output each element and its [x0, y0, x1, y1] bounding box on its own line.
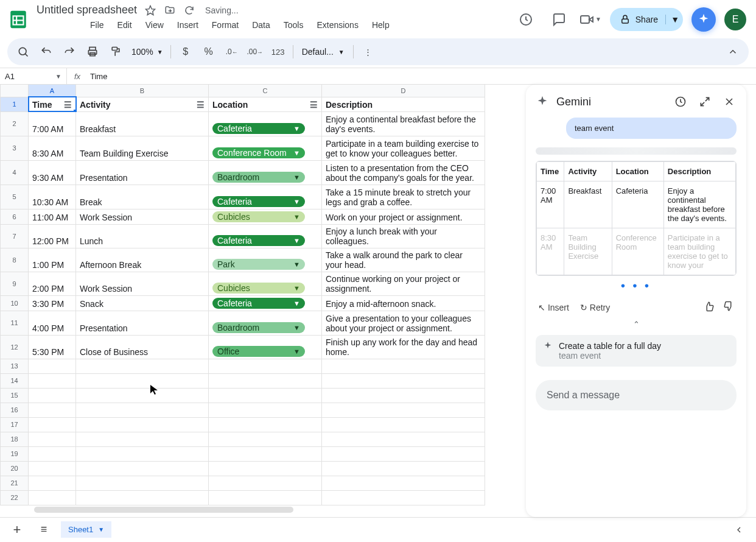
cell-location[interactable]: Cubicles▼ — [209, 209, 322, 224]
cell-c1[interactable]: Location☰ — [209, 97, 322, 111]
cell-empty[interactable] — [29, 359, 76, 373]
cell-empty[interactable] — [209, 359, 322, 373]
location-chip[interactable]: Cafeteria▼ — [212, 298, 305, 309]
cell-empty[interactable] — [29, 432, 76, 446]
collapse-suggestion-icon[interactable]: ⌃ — [526, 320, 746, 329]
percent-icon[interactable]: % — [199, 42, 219, 62]
cell-description[interactable]: Enjoy a lunch break with your colleagues… — [322, 224, 485, 248]
row-header[interactable]: 5 — [1, 185, 29, 209]
cell-time[interactable]: 8:30 AM — [29, 136, 76, 160]
cell-location[interactable]: Conference Room▼ — [209, 136, 322, 160]
row-header[interactable]: 14 — [1, 373, 29, 388]
comments-icon[interactable] — [547, 7, 571, 32]
cell-time[interactable]: 12:00 PM — [29, 224, 76, 248]
cell-empty[interactable] — [209, 388, 322, 403]
panel-close-icon[interactable] — [721, 93, 738, 110]
insert-button[interactable]: ↖ Insert — [538, 303, 569, 312]
cell-empty[interactable] — [322, 373, 485, 388]
row-header[interactable]: 18 — [1, 432, 29, 446]
cell-empty[interactable] — [209, 403, 322, 417]
col-header-a[interactable]: A — [29, 85, 76, 97]
move-folder-icon[interactable] — [164, 4, 176, 16]
share-dropdown[interactable]: ▼ — [665, 15, 679, 24]
filter-icon[interactable]: ☰ — [310, 100, 318, 110]
collapse-toolbar-icon[interactable] — [723, 42, 743, 62]
row-header[interactable]: 3 — [1, 136, 29, 160]
cell-empty[interactable] — [322, 417, 485, 432]
row-header[interactable]: 13 — [1, 359, 29, 373]
meet-icon[interactable]: ▼ — [579, 7, 601, 32]
location-chip[interactable]: Cubicles▼ — [212, 283, 305, 294]
cell-activity[interactable]: Break — [76, 185, 209, 209]
paint-format-icon[interactable] — [106, 42, 125, 62]
row-header[interactable]: 10 — [1, 295, 29, 311]
cell-location[interactable]: Cafeteria▼ — [209, 111, 322, 136]
cell-empty[interactable] — [209, 432, 322, 446]
thumbs-down-icon[interactable] — [723, 301, 734, 314]
cell-activity[interactable]: Snack — [76, 295, 209, 311]
message-input[interactable]: Send a message — [536, 380, 737, 410]
location-chip[interactable]: Office▼ — [212, 346, 305, 357]
share-button[interactable]: Share ▼ — [610, 8, 683, 31]
cell-time[interactable]: 10:30 AM — [29, 185, 76, 209]
decrease-decimal-icon[interactable]: .0← — [222, 42, 242, 62]
col-header-d[interactable]: D — [322, 85, 485, 97]
chevron-down-icon[interactable]: ▼ — [293, 174, 300, 181]
cloud-sync-icon[interactable] — [183, 4, 195, 16]
location-chip[interactable]: Cubicles▼ — [212, 211, 305, 222]
cell-empty[interactable] — [76, 388, 209, 403]
cell-location[interactable]: Park▼ — [209, 248, 322, 272]
cell-empty[interactable] — [322, 359, 485, 373]
location-chip[interactable]: Boardroom▼ — [212, 322, 305, 333]
cell-empty[interactable] — [29, 373, 76, 388]
sheet-tab-menu-icon[interactable]: ▼ — [98, 526, 104, 533]
number-format-icon[interactable]: 123 — [268, 42, 288, 62]
row-header[interactable]: 2 — [1, 111, 29, 136]
cell-empty[interactable] — [29, 490, 76, 505]
chevron-down-icon[interactable]: ▼ — [293, 213, 300, 220]
panel-expand-icon[interactable] — [696, 93, 713, 110]
menu-edit[interactable]: Edit — [113, 18, 137, 32]
row-header[interactable]: 9 — [1, 272, 29, 295]
cell-empty[interactable] — [322, 432, 485, 446]
cell-time[interactable]: 7:00 AM — [29, 111, 76, 136]
cell-time[interactable]: 4:00 PM — [29, 311, 76, 335]
add-sheet-icon[interactable]: + — [7, 520, 27, 540]
location-chip[interactable]: Cafeteria▼ — [212, 123, 305, 134]
name-box[interactable]: A1▼ — [0, 68, 67, 84]
col-header-b[interactable]: B — [76, 85, 209, 97]
chevron-down-icon[interactable]: ▼ — [293, 284, 300, 292]
cell-description[interactable]: Enjoy a mid-afternoon snack. — [322, 295, 485, 311]
chevron-down-icon[interactable]: ▼ — [293, 300, 300, 307]
cell-activity[interactable]: Team Building Exercise — [76, 136, 209, 160]
cell-empty[interactable] — [322, 461, 485, 476]
cell-activity[interactable]: Lunch — [76, 224, 209, 248]
row-header[interactable]: 21 — [1, 476, 29, 490]
star-icon[interactable] — [144, 4, 156, 16]
chevron-down-icon[interactable]: ▼ — [293, 324, 300, 331]
sheet-tab[interactable]: Sheet1 ▼ — [61, 521, 111, 538]
cell-d1[interactable]: Description — [322, 97, 485, 111]
cell-b1[interactable]: Activity☰ — [76, 97, 209, 111]
menu-view[interactable]: View — [141, 18, 169, 32]
cell-activity[interactable]: Presentation — [76, 311, 209, 335]
cell-empty[interactable] — [209, 476, 322, 490]
row-header[interactable]: 16 — [1, 403, 29, 417]
cell-description[interactable]: Give a presentation to your colleagues a… — [322, 311, 485, 335]
chevron-down-icon[interactable]: ▼ — [293, 348, 300, 355]
cell-description[interactable]: Take a walk around the park to clear you… — [322, 248, 485, 272]
cell-location[interactable]: Cafeteria▼ — [209, 224, 322, 248]
suggestion-chip[interactable]: Create a table for a full day team event — [536, 335, 737, 367]
cell-time[interactable]: 3:30 PM — [29, 295, 76, 311]
cell-empty[interactable] — [76, 417, 209, 432]
gemini-sparkle-icon[interactable] — [691, 7, 716, 32]
all-sheets-icon[interactable]: ≡ — [34, 520, 54, 540]
cell-location[interactable]: Boardroom▼ — [209, 311, 322, 335]
horizontal-scrollbar[interactable] — [34, 507, 293, 513]
formula-bar[interactable]: Time — [88, 72, 107, 81]
cell-location[interactable]: Boardroom▼ — [209, 160, 322, 185]
cell-description[interactable]: Continue working on your project or assi… — [322, 272, 485, 295]
location-chip[interactable]: Cafeteria▼ — [212, 196, 305, 207]
location-chip[interactable]: Park▼ — [212, 259, 305, 270]
location-chip[interactable]: Cafeteria▼ — [212, 235, 305, 246]
